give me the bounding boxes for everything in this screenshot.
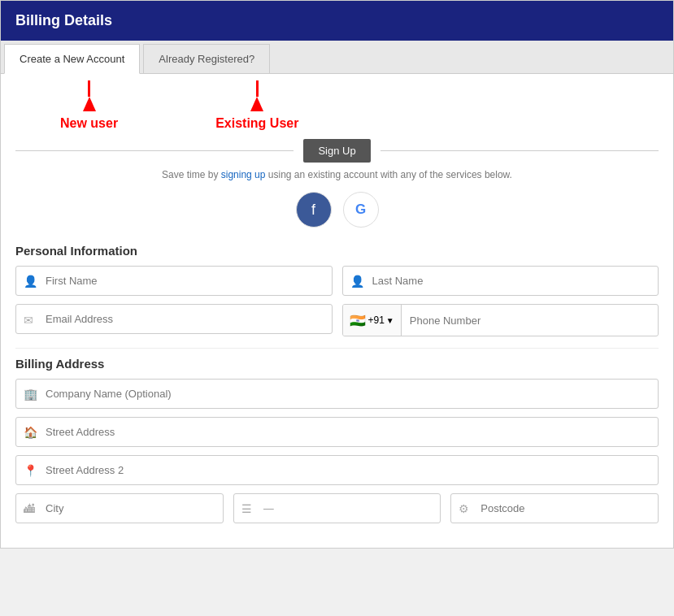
- postcode-icon: ⚙: [459, 502, 469, 515]
- phone-group: 🇮🇳 +91 ▼: [342, 304, 659, 336]
- company-group: 🏢: [15, 379, 659, 409]
- street2-group: 📍: [15, 455, 659, 485]
- street-input[interactable]: [15, 417, 659, 447]
- divider-right: [380, 150, 659, 151]
- city-state-post-row: 🏙 ☰ — ⚙: [15, 493, 659, 523]
- first-name-input[interactable]: [15, 266, 333, 296]
- tabs-bar: Create a New Account Already Registered?: [1, 41, 673, 74]
- location-icon: 📍: [24, 464, 37, 477]
- new-user-label: New user: [60, 116, 118, 131]
- street-icon: 🏠: [24, 426, 37, 439]
- last-name-group: 👤: [342, 266, 659, 296]
- facebook-button[interactable]: f: [296, 192, 332, 228]
- state-select[interactable]: —: [233, 493, 441, 523]
- email-input[interactable]: [15, 304, 333, 334]
- street-row: 🏠: [15, 417, 659, 447]
- sub-text-start: Save time by: [162, 169, 221, 180]
- page-title: Billing Details: [15, 12, 112, 28]
- sub-text: Save time by signing up using an existin…: [15, 169, 659, 180]
- section-divider: [15, 348, 659, 349]
- postcode-input[interactable]: [450, 493, 659, 523]
- last-name-input[interactable]: [342, 266, 659, 296]
- street2-row: 📍: [15, 455, 659, 485]
- phone-flag-selector[interactable]: 🇮🇳 +91 ▼: [343, 305, 402, 336]
- personal-info-title: Personal Information: [15, 244, 659, 258]
- tab-new-account[interactable]: Create a New Account: [4, 44, 140, 74]
- user-icon-first: 👤: [24, 275, 37, 288]
- user-icon-last: 👤: [350, 275, 364, 288]
- google-button[interactable]: G: [343, 192, 379, 228]
- existing-user-annotation: Existing User: [215, 80, 298, 131]
- city-group: 🏙: [15, 493, 224, 523]
- social-icons-row: f G: [15, 192, 659, 228]
- city-icon: 🏙: [24, 502, 35, 515]
- contact-row: ✉ 🇮🇳 +91 ▼: [15, 304, 659, 336]
- company-row: 🏢: [15, 379, 659, 409]
- street-group: 🏠: [15, 417, 659, 447]
- street2-input[interactable]: [15, 455, 659, 485]
- new-user-annotation: New user: [60, 80, 118, 131]
- personal-info-section: Personal Information 👤 👤 ✉: [15, 244, 659, 336]
- divider-left: [15, 150, 294, 151]
- billing-address-section: Billing Address 🏢 🏠 📍: [15, 357, 659, 523]
- building-icon: 🏢: [24, 388, 37, 401]
- state-select-wrapper: ☰ —: [233, 493, 441, 523]
- india-flag: 🇮🇳: [350, 313, 366, 328]
- postcode-form-group: ⚙: [450, 493, 659, 523]
- postcode-group: ⚙: [450, 493, 659, 523]
- signup-divider: Sign Up: [15, 139, 659, 163]
- phone-wrapper: 🇮🇳 +91 ▼: [342, 304, 659, 336]
- main-content: New user Existing User Sign Up Save time…: [1, 74, 673, 548]
- state-icon: ☰: [241, 502, 252, 515]
- sub-text-end: using an existing account with any of th…: [265, 169, 512, 180]
- email-group: ✉: [15, 304, 333, 336]
- existing-user-label: Existing User: [215, 116, 298, 131]
- first-name-group: 👤: [15, 266, 333, 296]
- tab-already-registered[interactable]: Already Registered?: [143, 44, 270, 73]
- new-user-arrow-shaft: [88, 80, 90, 97]
- new-user-arrow: [83, 97, 96, 111]
- sub-text-link[interactable]: signing up: [221, 169, 266, 180]
- billing-window: Billing Details Create a New Account Alr…: [0, 0, 674, 549]
- city-input[interactable]: [15, 493, 224, 523]
- signup-button[interactable]: Sign Up: [303, 139, 370, 163]
- annotations-row: New user Existing User: [15, 74, 659, 136]
- billing-address-title: Billing Address: [15, 357, 659, 371]
- dropdown-arrow: ▼: [386, 316, 394, 325]
- state-group: ☰ —: [233, 493, 441, 523]
- tab-new-account-label: Create a New Account: [20, 53, 124, 65]
- tab-already-registered-label: Already Registered?: [159, 53, 254, 65]
- phone-code: +91: [368, 315, 385, 326]
- phone-input[interactable]: [402, 306, 658, 335]
- google-icon: G: [355, 202, 366, 218]
- existing-user-arrow: [250, 97, 263, 111]
- name-row: 👤 👤: [15, 266, 659, 296]
- facebook-icon: f: [311, 202, 315, 219]
- city-form-group: 🏙: [15, 493, 224, 523]
- email-icon: ✉: [24, 314, 33, 327]
- company-input[interactable]: [15, 379, 659, 409]
- page-header: Billing Details: [1, 1, 673, 41]
- existing-user-arrow-shaft: [256, 80, 259, 97]
